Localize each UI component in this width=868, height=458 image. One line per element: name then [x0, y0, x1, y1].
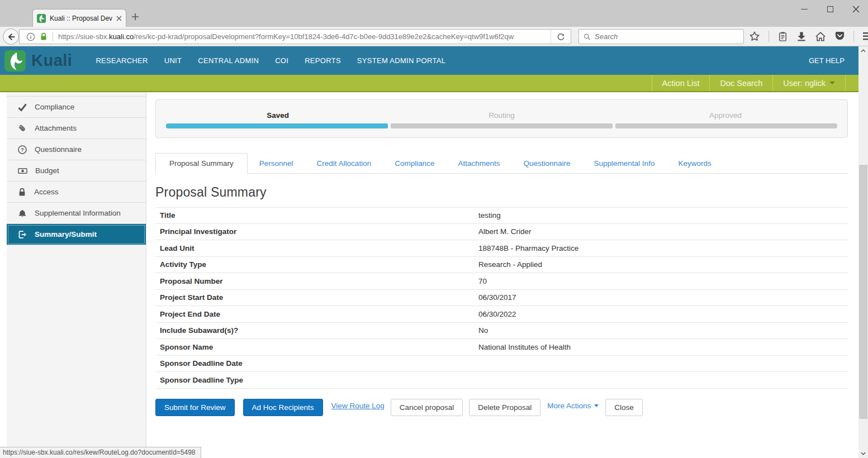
action-buttons: Submit for Review Ad Hoc Recipients View…	[155, 399, 848, 416]
sign-out-icon	[18, 230, 27, 239]
main-content: Saved Routing Approved Proposal Summary …	[146, 92, 858, 458]
tab-title: Kuali :: Proposal Developme	[50, 15, 112, 22]
sidebar-item-questionnaire[interactable]: ? Questionnaire	[7, 139, 146, 160]
reload-button[interactable]	[551, 30, 571, 44]
window-maximize-icon[interactable]	[826, 4, 834, 13]
new-tab-icon[interactable]	[131, 12, 140, 23]
app-header: Kuali RESEARCHER UNIT CENTRAL ADMIN COI …	[0, 46, 858, 75]
sidebar-item-budget[interactable]: Budget	[7, 160, 146, 182]
app-nav-menu: RESEARCHER UNIT CENTRAL ADMIN COI REPORT…	[96, 56, 445, 65]
user-menu[interactable]: User: nglick	[772, 75, 845, 91]
nav-unit[interactable]: UNIT	[164, 56, 182, 65]
check-icon	[18, 103, 27, 112]
tab-supplemental-info[interactable]: Supplemental Info	[582, 154, 667, 173]
tab-credit-allocation[interactable]: Credit Allocation	[305, 154, 383, 173]
delete-proposal-button[interactable]: Delete Proposal	[469, 399, 540, 416]
menu-icon[interactable]	[862, 31, 868, 41]
sidebar-item-supplemental-information[interactable]: Supplemental Information	[7, 203, 146, 224]
kuali-logo	[4, 50, 26, 71]
window-minimize-icon[interactable]	[800, 4, 809, 13]
tab-attachments[interactable]: Attachments	[446, 154, 511, 173]
sidebar-item-summary-submit[interactable]: Summary/Submit	[7, 224, 146, 245]
nav-researcher[interactable]: RESEARCHER	[96, 56, 148, 65]
doc-search-link[interactable]: Doc Search	[709, 75, 772, 91]
bookmark-star-icon[interactable]	[749, 31, 760, 42]
paperclip-icon	[18, 124, 27, 133]
search-input[interactable]	[595, 32, 739, 41]
tab-close-icon[interactable]	[116, 16, 122, 21]
scrollbar-thumb[interactable]	[859, 165, 867, 419]
action-bar-tail	[845, 75, 858, 91]
scroll-up-icon[interactable]	[858, 46, 868, 55]
browser-tab[interactable]: Kuali :: Proposal Developme	[32, 9, 126, 27]
tab-proposal-summary[interactable]: Proposal Summary	[155, 153, 248, 174]
sidebar-item-compliance[interactable]: Compliance	[7, 97, 146, 118]
search-box[interactable]	[578, 29, 744, 44]
url-divider	[53, 32, 53, 41]
page-info-icon[interactable]	[26, 32, 35, 41]
submit-for-review-button[interactable]: Submit for Review	[155, 399, 235, 416]
progress-bar-saved	[166, 123, 388, 128]
brand-name: Kuali	[31, 51, 72, 70]
document-tabs: Proposal Summary Personnel Credit Alloca…	[155, 153, 848, 174]
action-bar: Action List Doc Search User: nglick	[0, 75, 858, 92]
more-actions-menu[interactable]: More Actions	[547, 402, 599, 410]
table-row: Project Start Date 06/30/2017	[155, 290, 848, 307]
tab-compliance[interactable]: Compliance	[383, 154, 446, 173]
progress-bar-routing	[391, 123, 613, 128]
status-bar-url: https://siue-sbx.kuali.co/res/kew/RouteL…	[0, 447, 201, 458]
https-lock-icon[interactable]	[40, 32, 48, 41]
scroll-down-icon[interactable]	[858, 449, 868, 458]
back-button[interactable]	[3, 28, 19, 45]
progress-step-saved: Saved	[166, 111, 390, 120]
tab-personnel[interactable]: Personnel	[248, 154, 305, 173]
sidebar-item-access[interactable]: Access	[7, 182, 146, 203]
download-icon[interactable]	[796, 31, 807, 41]
search-icon	[584, 33, 591, 41]
page-body: Compliance Attachments ? Questio	[0, 92, 858, 458]
get-help-link[interactable]: GET HELP	[809, 56, 845, 65]
bell-icon	[18, 209, 27, 218]
table-row: Lead Unit 188748B - Pharmacy Practice	[155, 240, 848, 257]
table-row: Activity Type Research - Applied	[155, 257, 848, 274]
toolbar-separator	[853, 31, 854, 42]
lock-icon	[18, 188, 26, 197]
progress-bar-approved	[615, 123, 837, 128]
back-arrow-icon	[7, 32, 16, 41]
tab-questionnaire[interactable]: Questionnaire	[512, 154, 582, 173]
sidebar-item-partial	[7, 92, 146, 97]
table-row: Sponsor Name National Institutes of Heal…	[155, 339, 848, 356]
toolbar-icons	[749, 27, 868, 46]
tab-keywords[interactable]: Keywords	[666, 154, 723, 173]
sidebar-item-attachments[interactable]: Attachments	[7, 118, 146, 139]
browser-toolbar: https://siue-sbx.kuali.co/res/kc-pd-krad…	[0, 27, 868, 46]
sidebar: Compliance Attachments ? Questio	[0, 92, 146, 458]
table-row: Title testing	[155, 207, 848, 224]
action-list-link[interactable]: Action List	[652, 75, 710, 91]
nav-system-admin-portal[interactable]: SYSTEM ADMIN PORTAL	[357, 56, 445, 65]
kuali-favicon	[37, 14, 46, 23]
question-circle-icon: ?	[18, 145, 27, 154]
chevron-down-icon	[594, 404, 599, 407]
pocket-icon[interactable]	[834, 31, 845, 41]
address-bar[interactable]: https://siue-sbx.kuali.co/res/kc-pd-krad…	[19, 29, 571, 44]
svg-text:?: ?	[21, 146, 24, 152]
nav-coi[interactable]: COI	[275, 56, 288, 65]
vertical-scrollbar[interactable]	[858, 46, 868, 458]
cancel-proposal-button[interactable]: Cancel proposal	[391, 399, 463, 416]
ad-hoc-recipients-button[interactable]: Ad Hoc Recipients	[243, 399, 323, 416]
home-icon[interactable]	[815, 31, 826, 42]
nav-reports[interactable]: REPORTS	[305, 56, 341, 65]
table-row: Include Subaward(s)? No	[155, 323, 848, 340]
table-row: Proposal Number 70	[155, 273, 848, 290]
workflow-progress: Saved Routing Approved	[155, 99, 848, 138]
close-button[interactable]: Close	[605, 399, 643, 416]
progress-step-routing: Routing	[390, 111, 613, 120]
window-close-icon[interactable]	[851, 4, 860, 13]
table-row: Project End Date 06/30/2022	[155, 306, 848, 323]
money-icon	[18, 166, 27, 175]
view-route-log-link[interactable]: View Route Log	[331, 402, 385, 410]
nav-central-admin[interactable]: CENTRAL ADMIN	[198, 56, 259, 65]
bookmarks-clipboard-icon[interactable]	[777, 31, 788, 42]
table-row: Principal Investigator Albert M. Crider	[155, 224, 848, 241]
